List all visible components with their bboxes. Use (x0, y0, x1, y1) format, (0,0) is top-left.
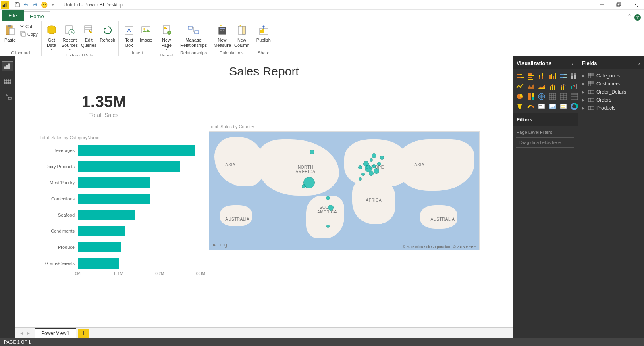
bar-category-label: Meat/Poultry (39, 180, 78, 185)
bar-row[interactable]: Produce (39, 242, 201, 253)
viz-type-combo-line-col[interactable] (548, 82, 557, 91)
refresh-button[interactable]: Refresh (98, 22, 117, 44)
viz-type-stacked-area[interactable] (537, 82, 546, 91)
collapse-ribbon-icon[interactable]: ˄ (628, 13, 631, 21)
filter-drop-zone[interactable]: Drag data fields here (516, 137, 574, 148)
expand-caret-icon: ▶ (582, 106, 586, 110)
map-area[interactable]: NORTH AMERICA SOUTH AMERICA EUROPE AFRIC… (209, 131, 480, 250)
viz-type-area[interactable] (526, 82, 536, 91)
recent-sources-button[interactable]: Recent Sources▾ (60, 22, 79, 52)
help-icon[interactable]: ? (634, 14, 641, 21)
viz-type-matrix[interactable] (559, 92, 568, 101)
image-icon (141, 23, 151, 38)
viz-type-stacked-column[interactable] (537, 72, 546, 81)
bar-row[interactable]: Condiments (39, 225, 201, 237)
edit-queries-button[interactable]: Edit Queries (79, 22, 98, 48)
copy-button[interactable]: Copy (19, 30, 39, 38)
field-table-categories[interactable]: ▶Categories (580, 72, 642, 80)
publish-button[interactable]: Publish (255, 22, 272, 44)
svg-rect-30 (195, 31, 199, 34)
page-prev-button[interactable]: ◂ (18, 329, 25, 337)
redo-icon[interactable] (31, 1, 39, 9)
viz-type-clustered-bar[interactable] (526, 72, 536, 81)
viz-type-line[interactable] (515, 82, 525, 91)
svg-rect-0 (3, 5, 4, 7)
minimize-button[interactable] (593, 0, 610, 10)
field-table-products[interactable]: ▶Products (580, 104, 642, 112)
field-label: Customers (596, 81, 620, 87)
bar-category-label: Grains/Cereals (39, 261, 78, 266)
viz-type-treemap[interactable] (526, 92, 536, 101)
undo-icon[interactable] (22, 1, 30, 9)
get-data-icon (46, 23, 57, 38)
smiley-icon[interactable]: 🙂 (40, 1, 48, 9)
svg-rect-85 (573, 85, 574, 86)
field-table-order_details[interactable]: ▶Order_Details (580, 88, 642, 96)
viz-type-filled-map[interactable] (548, 92, 557, 101)
field-label: Order_Details (596, 89, 626, 95)
tab-file[interactable]: File (2, 10, 24, 21)
axis-tick: 0M (75, 271, 81, 276)
data-view-button[interactable] (2, 77, 13, 86)
svg-rect-93 (549, 93, 556, 100)
filters-header[interactable]: Filters (513, 113, 578, 126)
visualizations-header[interactable]: Visualizations › (513, 56, 578, 69)
get-data-button[interactable]: Get Data▾ (43, 22, 60, 52)
viz-type-funnel[interactable] (515, 102, 525, 111)
viz-type-stacked-bar[interactable] (515, 72, 525, 81)
field-table-orders[interactable]: ▶Orders (580, 96, 642, 104)
page-next-button[interactable]: ▸ (25, 329, 32, 337)
image-button[interactable]: Image (137, 22, 154, 44)
map-visual[interactable]: Total_Sales by Country NORTH AMERICA SOU… (209, 124, 480, 250)
viz-type-clustered-column[interactable] (548, 72, 557, 81)
field-table-customers[interactable]: ▶Customers (580, 80, 642, 88)
bar-fill (78, 210, 135, 220)
bar-fill (78, 177, 150, 188)
viz-type-multi-card[interactable]: 123 (548, 102, 557, 111)
bar-row[interactable]: Beverages (39, 145, 201, 156)
title-bar: 🙂 ▾ Untitled - Power BI Desktop (0, 0, 644, 10)
bar-row[interactable]: Dairy Products (39, 161, 201, 172)
fields-header[interactable]: Fields › (578, 56, 644, 69)
map-title: Total_Sales by Country (209, 124, 480, 129)
cut-button[interactable]: ✂Cut (19, 23, 39, 30)
qat-customize-icon[interactable]: ▾ (49, 1, 57, 9)
page-tab-1[interactable]: Power View1 (35, 328, 76, 338)
group-label-clipboard: Clipboard (0, 50, 41, 56)
paste-button[interactable]: Paste (2, 22, 19, 44)
viz-type-gauge[interactable] (526, 102, 536, 111)
text-box-button[interactable]: AText Box (120, 22, 137, 48)
bar-row[interactable]: Confections (39, 193, 201, 204)
new-measure-button[interactable]: ✦New Measure (212, 22, 233, 48)
viz-type-card[interactable] (537, 102, 546, 111)
bar-row[interactable]: Grains/Cereals (39, 258, 201, 269)
viz-type-combo-line-col-stacked[interactable] (559, 82, 568, 91)
bar-row[interactable]: Seafood (39, 209, 201, 221)
report-canvas[interactable]: Sales Report 1.35M Total_Sales Total_Sal… (15, 56, 513, 327)
table-icon (588, 90, 594, 94)
svg-rect-67 (553, 76, 554, 79)
maximize-button[interactable] (610, 0, 627, 10)
tab-home[interactable]: Home (24, 11, 50, 21)
add-page-button[interactable]: + (78, 329, 89, 338)
new-column-button[interactable]: ✦New Column (233, 22, 251, 48)
map-attribution: © 2015 Microsoft Corporation © 2015 HERE (403, 245, 476, 249)
svg-rect-91 (532, 97, 534, 100)
manage-relationships-button[interactable]: Manage Relationships (179, 22, 208, 48)
ribbon-tabs: File Home ˄ ? (0, 10, 644, 21)
kpi-card[interactable]: 1.35M Total_Sales (56, 93, 152, 118)
save-icon[interactable] (13, 1, 21, 9)
bar-chart-visual[interactable]: Total_Sales by CategoryName BeveragesDai… (39, 135, 201, 277)
bar-row[interactable]: Meat/Poultry (39, 177, 201, 188)
new-page-button[interactable]: +New Page▾ (158, 22, 175, 52)
viz-type-map[interactable] (537, 92, 546, 101)
svg-rect-10 (8, 25, 11, 27)
model-view-button[interactable] (2, 92, 13, 102)
page-tabs-bar: ◂ ▸ Power View1 + (15, 327, 513, 338)
viz-type-stacked-bar-100[interactable] (559, 72, 568, 81)
report-view-button[interactable] (2, 61, 13, 71)
close-button[interactable] (627, 0, 644, 10)
viz-type-pie[interactable] (515, 92, 525, 101)
viz-type-slicer[interactable] (559, 102, 568, 111)
bing-logo: ▸ bing (213, 242, 227, 248)
